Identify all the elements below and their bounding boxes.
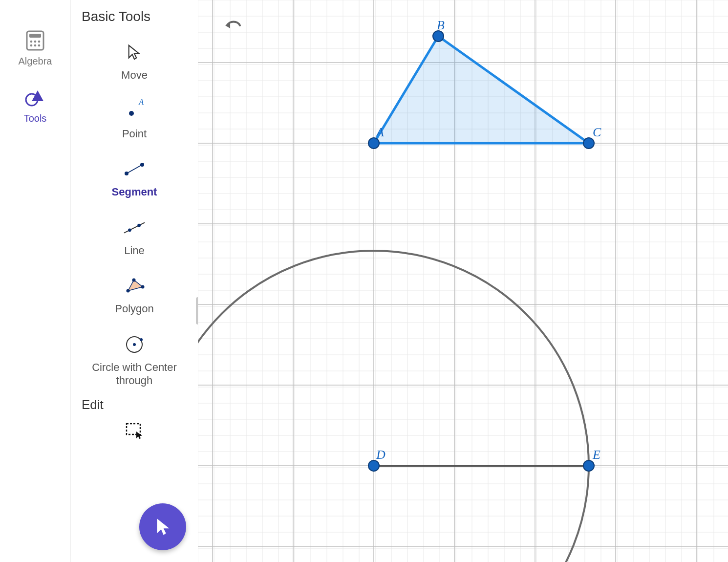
tool-circle-label: Circle with Center through [75, 361, 194, 388]
svg-point-4 [38, 41, 41, 43]
point-icon: A [123, 100, 146, 122]
svg-point-19 [132, 279, 136, 282]
calculator-icon [24, 29, 46, 52]
nav-rail: Algebra Tools [0, 0, 71, 562]
tool-panel-title: Basic Tools [71, 0, 198, 28]
svg-point-15 [128, 228, 131, 232]
svg-point-22 [133, 343, 136, 346]
cursor-solid-icon [153, 517, 172, 537]
circle-d[interactable] [198, 251, 589, 562]
svg-point-5 [30, 44, 33, 47]
svg-point-7 [38, 44, 41, 47]
svg-rect-1 [29, 34, 41, 38]
tool-polygon-label: Polygon [115, 302, 154, 316]
tool-polygon[interactable]: Polygon [71, 262, 198, 321]
tools-shapes-icon [24, 86, 46, 109]
tool-line[interactable]: Line [71, 204, 198, 262]
svg-marker-17 [128, 280, 143, 291]
point-icon-letter: A [139, 98, 144, 107]
tool-point[interactable]: A Point [71, 87, 198, 146]
point-c[interactable] [583, 138, 594, 149]
tool-panel: Basic Tools Move A Point [71, 0, 198, 562]
tool-segment[interactable]: Segment [71, 145, 198, 204]
svg-point-3 [34, 41, 37, 43]
fab-cursor-button[interactable] [139, 503, 186, 550]
tool-segment-label: Segment [112, 185, 157, 199]
nav-tools-label: Tools [24, 113, 47, 124]
undo-icon [223, 17, 243, 31]
point-b[interactable] [433, 31, 444, 42]
svg-line-14 [124, 222, 145, 233]
tool-move-label: Move [121, 68, 148, 82]
tool-circle[interactable]: Circle with Center through [71, 321, 198, 392]
point-e[interactable] [583, 460, 594, 471]
svg-point-18 [127, 289, 130, 293]
svg-point-23 [140, 338, 143, 341]
cursor-icon [123, 41, 146, 64]
point-d[interactable] [368, 460, 379, 471]
tool-list[interactable]: Move A Point Segment [71, 28, 198, 562]
segment-icon [123, 158, 146, 180]
svg-rect-24 [127, 424, 140, 434]
svg-marker-107 [225, 22, 230, 28]
point-a[interactable] [368, 138, 379, 149]
circle-icon [123, 333, 146, 356]
svg-point-20 [141, 285, 145, 289]
svg-point-6 [34, 44, 37, 47]
line-icon [123, 216, 146, 239]
svg-marker-9 [32, 90, 43, 101]
geometry-canvas[interactable]: ABCDE [198, 0, 728, 562]
nav-algebra-label: Algebra [19, 56, 52, 67]
tool-point-label: Point [122, 127, 147, 141]
svg-point-10 [129, 111, 134, 116]
edit-section-header: Edit [71, 392, 198, 414]
svg-point-12 [125, 172, 128, 175]
select-rect-icon [123, 419, 146, 442]
tool-select[interactable] [71, 414, 198, 447]
nav-algebra[interactable]: Algebra [19, 29, 52, 67]
nav-tools[interactable]: Tools [24, 86, 47, 124]
undo-button[interactable] [223, 17, 243, 33]
triangle-abc[interactable] [374, 36, 589, 143]
tool-move[interactable]: Move [71, 28, 198, 87]
shapes-layer [198, 0, 728, 562]
tool-line-label: Line [124, 244, 145, 258]
svg-line-11 [127, 165, 142, 173]
svg-point-13 [140, 163, 144, 167]
svg-point-16 [137, 223, 141, 227]
svg-point-2 [30, 41, 33, 43]
polygon-icon [123, 275, 146, 297]
